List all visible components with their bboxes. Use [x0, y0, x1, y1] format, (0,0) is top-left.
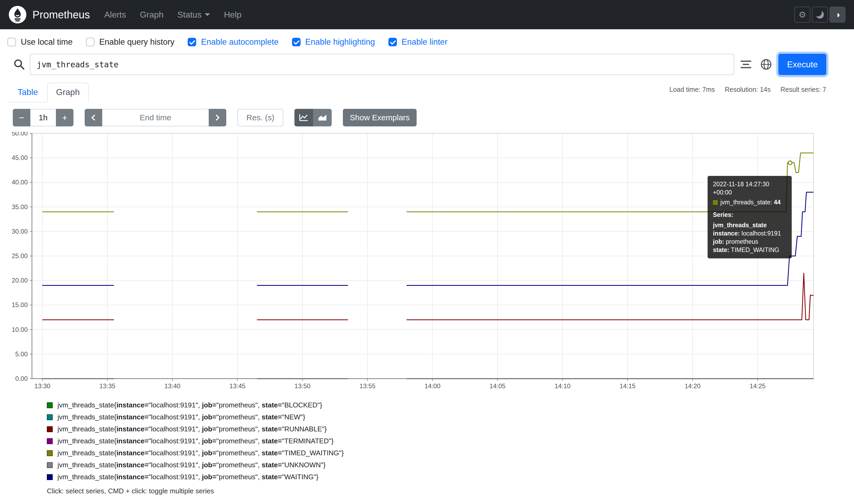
series-color-swatch: [47, 462, 53, 468]
moon-icon: [815, 10, 825, 20]
svg-text:35.00: 35.00: [12, 203, 28, 211]
resolution: Resolution: 14s: [725, 86, 770, 93]
svg-text:13:40: 13:40: [164, 382, 180, 390]
query-options: Use local time Enable query history Enab…: [0, 29, 854, 47]
svg-text:0.00: 0.00: [15, 375, 28, 382]
range-input[interactable]: [30, 109, 56, 126]
legend-item[interactable]: jvm_threads_state{instance="localhost:91…: [47, 449, 854, 457]
checkbox-box: [292, 38, 301, 46]
stacked-chart-button[interactable]: [313, 109, 332, 126]
load-time: Load time: 7ms: [670, 86, 715, 93]
prometheus-logo-icon: [8, 5, 26, 24]
panel-tabs-row: Load time: 7ms Resolution: 14s Result se…: [0, 75, 854, 103]
checkbox-use-local-time[interactable]: Use local time: [7, 37, 73, 47]
navbar: Prometheus Alerts Graph Status Help ⚙ ◑: [0, 0, 854, 29]
checkbox-box: [188, 38, 196, 46]
checkbox-enable-linter[interactable]: Enable linter: [388, 37, 447, 47]
time-back-button[interactable]: [85, 109, 102, 126]
series-selector-label: jvm_threads_state{instance="localhost:91…: [57, 413, 305, 421]
legend-item[interactable]: jvm_threads_state{instance="localhost:91…: [47, 437, 854, 445]
svg-text:14:20: 14:20: [685, 382, 701, 390]
series-color-swatch: [47, 438, 53, 444]
minus-icon: −: [19, 112, 24, 123]
svg-text:5.00: 5.00: [15, 350, 28, 358]
nav-item-status[interactable]: Status: [171, 5, 217, 24]
legend-item[interactable]: jvm_threads_state{instance="localhost:91…: [47, 425, 854, 433]
legend-item[interactable]: jvm_threads_state{instance="localhost:91…: [47, 461, 854, 469]
expression-input[interactable]: [30, 54, 734, 75]
series-color-swatch: [47, 414, 53, 420]
show-exemplars-button[interactable]: Show Exemplars: [343, 109, 416, 126]
time-series-chart[interactable]: 0.005.0010.0015.0020.0025.0030.0035.0040…: [8, 132, 826, 397]
svg-text:14:15: 14:15: [620, 382, 636, 390]
series-selector-label: jvm_threads_state{instance="localhost:91…: [57, 473, 318, 481]
decrease-range-button[interactable]: −: [13, 109, 30, 126]
checkbox-enable-highlighting[interactable]: Enable highlighting: [292, 37, 375, 47]
end-time-control: [85, 109, 226, 126]
metrics-explorer-button[interactable]: [759, 57, 773, 71]
auto-theme-button[interactable]: ◑: [830, 7, 846, 23]
graph-controls: − + Show Exemplars: [0, 103, 854, 126]
svg-text:13:50: 13:50: [295, 382, 310, 390]
legend-item[interactable]: jvm_threads_state{instance="localhost:91…: [47, 413, 854, 421]
nav-item-alerts[interactable]: Alerts: [97, 5, 133, 24]
series-color-swatch: [47, 474, 53, 480]
brand[interactable]: Prometheus: [8, 5, 90, 24]
svg-text:15.00: 15.00: [12, 301, 28, 308]
svg-text:30.00: 30.00: [12, 228, 28, 235]
svg-text:14:05: 14:05: [490, 382, 505, 390]
legend-item[interactable]: jvm_threads_state{instance="localhost:91…: [47, 401, 854, 409]
svg-text:25.00: 25.00: [12, 252, 28, 259]
series-selector-label: jvm_threads_state{instance="localhost:91…: [57, 449, 344, 457]
gear-icon: ⚙: [799, 10, 806, 20]
tab-graph[interactable]: Graph: [47, 83, 89, 103]
svg-text:45.00: 45.00: [12, 154, 28, 161]
settings-button[interactable]: ⚙: [794, 7, 810, 23]
svg-text:14:10: 14:10: [554, 382, 570, 390]
svg-text:40.00: 40.00: [12, 179, 28, 186]
svg-text:14:00: 14:00: [425, 382, 441, 390]
tab-table[interactable]: Table: [8, 83, 47, 102]
checkbox-enable-query-history[interactable]: Enable query history: [86, 37, 175, 47]
checkbox-enable-autocomplete[interactable]: Enable autocomplete: [188, 37, 279, 47]
series-selector-label: jvm_threads_state{instance="localhost:91…: [57, 461, 325, 469]
svg-text:50.00: 50.00: [12, 132, 28, 137]
svg-text:20.00: 20.00: [12, 277, 28, 284]
graph-panel[interactable]: 0.005.0010.0015.0020.0025.0030.0035.0040…: [8, 132, 826, 399]
panel-tabs: Table Graph: [8, 83, 89, 103]
resolution-input[interactable]: [237, 109, 283, 126]
series-selector-label: jvm_threads_state{instance="localhost:91…: [57, 425, 327, 433]
svg-text:13:35: 13:35: [99, 382, 115, 390]
svg-text:13:45: 13:45: [230, 382, 246, 390]
series-color-swatch: [47, 426, 53, 432]
dark-theme-button[interactable]: [812, 7, 828, 23]
format-lines-icon: [740, 59, 752, 70]
nav-item-graph[interactable]: Graph: [133, 5, 171, 24]
legend-help-text: Click: select series, CMD + click: toggl…: [47, 487, 854, 495]
series-color-swatch: [47, 402, 53, 408]
chevron-down-icon: [205, 13, 210, 16]
range-control: − +: [13, 109, 73, 126]
checkbox-box: [86, 38, 94, 46]
checkbox-box: [7, 38, 16, 46]
checkbox-box: [388, 38, 397, 46]
legend-item[interactable]: jvm_threads_state{instance="localhost:91…: [47, 473, 854, 481]
search-icon: [8, 58, 30, 70]
chevron-left-icon: [90, 113, 97, 122]
half-circle-icon: ◑: [835, 10, 840, 20]
execute-button[interactable]: Execute: [778, 54, 826, 75]
line-chart-button[interactable]: [295, 109, 313, 126]
format-expression-button[interactable]: [739, 57, 753, 71]
increase-range-button[interactable]: +: [56, 109, 73, 126]
svg-text:13:30: 13:30: [34, 382, 50, 390]
nav-links: Alerts Graph Status Help: [97, 5, 248, 24]
time-forward-button[interactable]: [209, 109, 226, 126]
series-color-swatch: [47, 450, 53, 456]
end-time-input[interactable]: [102, 109, 209, 126]
chart-type-toggle: [295, 109, 332, 126]
nav-item-help[interactable]: Help: [217, 5, 248, 24]
line-chart-icon: [299, 114, 308, 122]
brand-title: Prometheus: [33, 9, 90, 21]
series-selector-label: jvm_threads_state{instance="localhost:91…: [57, 437, 334, 445]
stacked-chart-icon: [318, 114, 327, 122]
